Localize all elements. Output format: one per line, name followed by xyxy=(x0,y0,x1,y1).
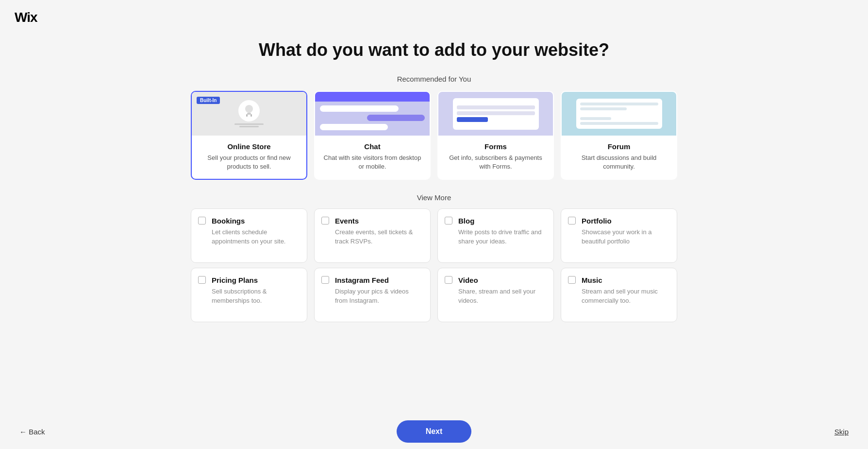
card-video[interactable]: Video Share, stream and sell your videos… xyxy=(437,268,554,322)
card-preview-chat xyxy=(315,92,430,136)
card-forum[interactable]: Forum Start discussions and build commun… xyxy=(561,91,677,180)
checkbox-instagram-feed[interactable] xyxy=(321,276,329,284)
svg-rect-2 xyxy=(246,114,248,117)
more-row-1: Bookings Let clients schedule appointmen… xyxy=(182,208,686,263)
card-desc-forms: Get info, subscribers & payments with Fo… xyxy=(446,154,545,171)
wix-logo: Wix xyxy=(0,0,868,35)
card-pricing-plans[interactable]: Pricing Plans Sell subscriptions & membe… xyxy=(191,268,307,322)
card-desc-chat: Chat with site visitors from desktop or … xyxy=(323,154,422,171)
card-desc-events: Create events, sell tickets & track RSVP… xyxy=(335,228,422,245)
card-title-forms: Forms xyxy=(446,142,545,151)
card-desc-music: Stream and sell your music commercially … xyxy=(582,287,669,305)
card-title-forum: Forum xyxy=(569,142,668,151)
card-bookings[interactable]: Bookings Let clients schedule appointmen… xyxy=(191,208,307,263)
card-desc-store: Sell your products or find new products … xyxy=(200,154,299,171)
card-desc-blog: Write posts to drive traffic and share y… xyxy=(458,228,546,245)
card-title-pricing-plans: Pricing Plans xyxy=(212,276,299,284)
view-more-label: View More xyxy=(417,193,451,202)
card-desc-forum: Start discussions and build community. xyxy=(569,154,668,171)
recommended-row: Built-In xyxy=(182,91,686,180)
back-button[interactable]: ← Back xyxy=(19,428,45,436)
checkbox-portfolio[interactable] xyxy=(568,217,576,224)
page-title: What do you want to add to your website? xyxy=(259,40,609,60)
card-instagram-feed[interactable]: Instagram Feed Display your pics & video… xyxy=(314,268,431,322)
card-desc-video: Share, stream and sell your videos. xyxy=(458,287,546,305)
next-button[interactable]: Next xyxy=(397,420,472,443)
card-title-instagram-feed: Instagram Feed xyxy=(335,276,422,284)
bottom-bar: ← Back Next Skip xyxy=(0,414,868,449)
card-title-blog: Blog xyxy=(458,217,546,225)
checkbox-blog[interactable] xyxy=(445,217,452,224)
svg-point-0 xyxy=(245,105,253,113)
more-row-2: Pricing Plans Sell subscriptions & membe… xyxy=(182,268,686,322)
card-preview-store: Built-In xyxy=(192,92,306,136)
card-body-forms: Forms Get info, subscribers & payments w… xyxy=(438,136,553,179)
card-desc-pricing-plans: Sell subscriptions & memberships too. xyxy=(212,287,299,305)
card-blog[interactable]: Blog Write posts to drive traffic and sh… xyxy=(437,208,554,263)
card-title-chat: Chat xyxy=(323,142,422,151)
checkbox-video[interactable] xyxy=(445,276,452,284)
main-content: What do you want to add to your website?… xyxy=(0,35,868,449)
checkbox-pricing-plans[interactable] xyxy=(198,276,206,284)
skip-button[interactable]: Skip xyxy=(835,428,849,436)
card-music[interactable]: Music Stream and sell your music commerc… xyxy=(561,268,677,322)
card-desc-bookings: Let clients schedule appointments on you… xyxy=(212,228,299,245)
card-body-chat: Chat Chat with site visitors from deskto… xyxy=(315,136,430,179)
card-desc-portfolio: Showcase your work in a beautiful portfo… xyxy=(582,228,669,245)
checkbox-music[interactable] xyxy=(568,276,576,284)
svg-rect-1 xyxy=(247,113,251,115)
checkbox-events[interactable] xyxy=(321,217,329,224)
card-online-store[interactable]: Built-In xyxy=(191,91,307,180)
svg-rect-3 xyxy=(250,114,252,117)
card-title-bookings: Bookings xyxy=(212,217,299,225)
card-forms[interactable]: Forms Get info, subscribers & payments w… xyxy=(437,91,554,180)
card-preview-forms xyxy=(438,92,553,136)
card-body-forum: Forum Start discussions and build commun… xyxy=(562,136,676,179)
card-desc-instagram-feed: Display your pics & videos from Instagra… xyxy=(335,287,422,305)
recommended-label: Recommended for You xyxy=(397,75,471,83)
card-title-music: Music xyxy=(582,276,669,284)
card-events[interactable]: Events Create events, sell tickets & tra… xyxy=(314,208,431,263)
card-preview-forum xyxy=(562,92,676,136)
card-title-portfolio: Portfolio xyxy=(582,217,669,225)
card-chat[interactable]: Chat Chat with site visitors from deskto… xyxy=(314,91,431,180)
checkbox-bookings[interactable] xyxy=(198,217,206,224)
card-title-store: Online Store xyxy=(200,142,299,151)
card-title-video: Video xyxy=(458,276,546,284)
card-title-events: Events xyxy=(335,217,422,225)
card-portfolio[interactable]: Portfolio Showcase your work in a beauti… xyxy=(561,208,677,263)
built-in-badge: Built-In xyxy=(197,97,220,104)
card-body-store: Online Store Sell your products or find … xyxy=(192,136,306,179)
